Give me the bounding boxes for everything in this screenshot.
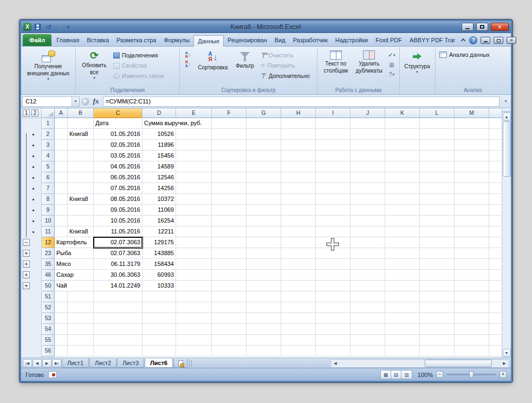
cell-F53[interactable] [212, 313, 246, 324]
cell-F12[interactable] [212, 237, 246, 248]
cell-I11[interactable] [316, 226, 351, 237]
cell-G35[interactable] [246, 259, 281, 270]
row-header-1[interactable]: 1 [42, 118, 55, 129]
cell-M23[interactable] [455, 248, 489, 259]
properties-button[interactable]: Свойства [112, 61, 165, 70]
cell-M11[interactable] [455, 226, 489, 237]
cell-M55[interactable] [455, 335, 489, 346]
cell-J2[interactable] [351, 129, 385, 140]
cell-C50[interactable]: 14.01.2249 [94, 281, 142, 291]
fill-handle[interactable] [140, 246, 142, 248]
zoom-out-button[interactable]: − [436, 371, 443, 378]
cell-D50[interactable]: 10333 [142, 281, 176, 291]
insert-sheet-button[interactable] [173, 359, 187, 368]
cell-B53[interactable] [68, 313, 94, 324]
horizontal-scroll-thumb[interactable] [425, 360, 492, 367]
column-header-M[interactable]: M [455, 108, 489, 118]
row-header-50[interactable]: 50 [42, 281, 55, 291]
cell-C46[interactable]: 30.06.3063 [94, 270, 142, 281]
cell-K9[interactable] [385, 205, 420, 216]
cell-K53[interactable] [385, 313, 420, 324]
cell-A6[interactable] [55, 172, 68, 183]
cell-F11[interactable] [212, 226, 246, 237]
cell-J12[interactable] [351, 237, 385, 248]
cell-G53[interactable] [246, 313, 281, 324]
cell-filler-50[interactable] [489, 281, 502, 291]
scroll-left-button[interactable]: ◀ [331, 360, 340, 367]
cell-J35[interactable] [351, 259, 385, 270]
row-header-52[interactable]: 52 [42, 302, 55, 313]
cell-E2[interactable] [176, 129, 212, 140]
workbook-close-button[interactable]: × [507, 37, 516, 44]
cell-H53[interactable] [281, 313, 316, 324]
zoom-in-button[interactable]: + [499, 371, 507, 378]
ribbon-tab-Надстройки[interactable]: Надстройки [332, 35, 372, 46]
row-header-6[interactable]: 6 [42, 172, 55, 183]
cell-E5[interactable] [176, 161, 212, 172]
row-header-12[interactable]: 12 [42, 237, 55, 248]
maximize-button[interactable] [476, 23, 488, 31]
row-header-35[interactable]: 35 [42, 259, 55, 270]
cell-J56[interactable] [351, 346, 385, 356]
cell-C10[interactable]: 10.05.2016 [94, 216, 142, 226]
cell-filler-51[interactable] [489, 291, 502, 302]
cell-L53[interactable] [420, 313, 455, 324]
minimize-ribbon-button[interactable] [459, 37, 467, 44]
cell-C9[interactable]: 09.05.2016 [94, 205, 142, 216]
cell-A51[interactable] [55, 291, 68, 302]
cell-F6[interactable] [212, 172, 246, 183]
cell-L55[interactable] [420, 335, 455, 346]
cell-I52[interactable] [316, 302, 351, 313]
cell-G11[interactable] [246, 226, 281, 237]
cell-filler-4[interactable] [489, 151, 502, 161]
cell-B52[interactable] [68, 302, 94, 313]
cell-A7[interactable] [55, 183, 68, 194]
cell-B9[interactable] [68, 205, 94, 216]
cell-A5[interactable] [55, 161, 68, 172]
cell-D12[interactable]: 129175 [142, 237, 176, 248]
cell-G8[interactable] [246, 194, 281, 205]
cell-G55[interactable] [246, 335, 281, 346]
cell-C7[interactable]: 07.05.2016 [94, 183, 142, 194]
cell-J7[interactable] [351, 183, 385, 194]
cell-F3[interactable] [212, 140, 246, 151]
cell-E52[interactable] [176, 302, 212, 313]
sheet-tab-Лист2[interactable]: Лист2 [89, 359, 116, 368]
cell-filler-5[interactable] [489, 161, 502, 172]
cell-F51[interactable] [212, 291, 246, 302]
outline-expand-button-row-46[interactable]: + [23, 271, 30, 278]
cell-D6[interactable]: 12546 [142, 172, 176, 183]
cell-D1[interactable]: Сумма выручки, руб. [142, 118, 176, 129]
cell-B11[interactable]: Книга8 [68, 226, 94, 237]
cell-G3[interactable] [246, 140, 281, 151]
cell-F56[interactable] [212, 346, 246, 356]
cell-C35[interactable]: 06.11.3179 [94, 259, 142, 270]
cell-filler-46[interactable] [489, 270, 502, 281]
cell-filler-56[interactable] [489, 346, 502, 356]
cell-C3[interactable]: 02.05.2016 [94, 140, 142, 151]
cell-F52[interactable] [212, 302, 246, 313]
cell-I50[interactable] [316, 281, 351, 291]
cell-K56[interactable] [385, 346, 420, 356]
cell-D52[interactable] [142, 302, 176, 313]
cell-J55[interactable] [351, 335, 385, 346]
get-external-data-button[interactable]: Получение внешних данных ▾ [24, 49, 73, 86]
outline-level-button-1[interactable]: 1 [23, 109, 30, 116]
ribbon-tab-Рецензирован[interactable]: Рецензирован [224, 35, 271, 46]
cell-E54[interactable] [176, 324, 212, 335]
cell-I8[interactable] [316, 194, 351, 205]
cell-B10[interactable] [68, 216, 94, 226]
cell-G10[interactable] [246, 216, 281, 226]
cell-C54[interactable] [94, 324, 142, 335]
cell-L52[interactable] [420, 302, 455, 313]
cell-G4[interactable] [246, 151, 281, 161]
cell-D56[interactable] [142, 346, 176, 356]
cell-filler-10[interactable] [489, 216, 502, 226]
cell-F54[interactable] [212, 324, 246, 335]
cell-L7[interactable] [420, 183, 455, 194]
cell-A46[interactable]: Сахар [55, 270, 68, 281]
cell-K23[interactable] [385, 248, 420, 259]
cell-filler-1[interactable] [489, 118, 502, 129]
cell-J8[interactable] [351, 194, 385, 205]
horizontal-scrollbar[interactable]: ◀ ▶ [330, 359, 509, 368]
